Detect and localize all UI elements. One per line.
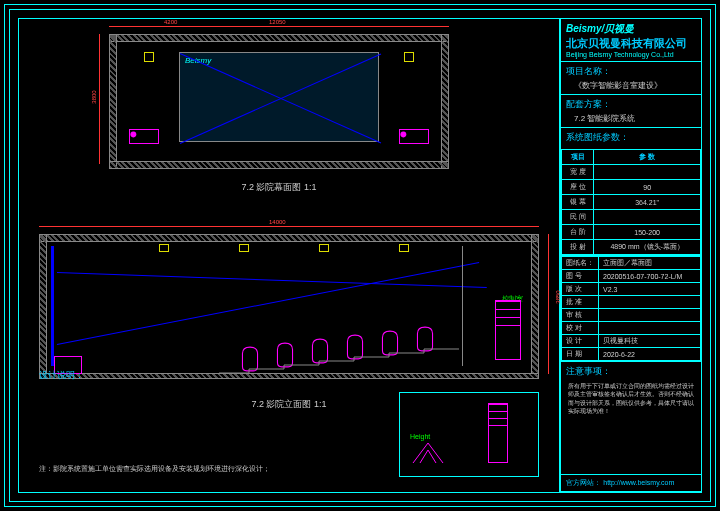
drawing-area: 12050 4200 3800 Beismy ⬤ ⬤ 7.2 影院幕面图 1:1… [18, 18, 560, 493]
theater-section-view: 14000 3850 控制室 [39, 234, 539, 409]
info-row: 设 计贝视曼科技 [562, 335, 701, 348]
footnote: 注：影院系统置施工单位需查实际选用设备及安装规划环境进行深化设计； [39, 464, 270, 474]
info-row: 日 期2020-6-22 [562, 348, 701, 361]
info-row: 批 准 [562, 296, 701, 309]
params-table: 项目参 数 宽 度座 位90银 幕364.21"民 间台 阶150-200投 射… [561, 149, 701, 255]
step-profile [219, 343, 459, 373]
param-row: 座 位90 [562, 180, 701, 195]
equipment-rack [495, 300, 521, 360]
param-row: 民 间 [562, 210, 701, 225]
project-label: 项目名称： [566, 65, 696, 78]
screen-surface [51, 246, 54, 366]
screen-elevation-view: 12050 4200 3800 Beismy ⬤ ⬤ 7.2 影院幕面图 1:1 [109, 34, 449, 189]
info-row: 图 号20200516-07-700-72-L/M [562, 270, 701, 283]
info-row: 审 核 [562, 309, 701, 322]
param-row: 宽 度 [562, 165, 701, 180]
param-row: 投 射4890 mm（镜头-幕面） [562, 240, 701, 255]
website-url: http://www.beismy.com [603, 479, 674, 486]
project-name: 《数字智能影音室建设》 [566, 80, 696, 91]
drawing-info-table: 图纸名：立面图／幕面图 图 号20200516-07-700-72-L/M版 次… [561, 256, 701, 361]
info-row: 校 对 [562, 322, 701, 335]
param-row: 银 幕364.21" [562, 195, 701, 210]
projection-screen: Beismy [179, 52, 379, 142]
title-block: Beismy/贝视曼 北京贝视曼科技有限公司 Beijing Beismy Te… [560, 18, 702, 493]
scheme-name: 7.2 智能影院系统 [566, 113, 696, 124]
logo-block: Beismy/贝视曼 北京贝视曼科技有限公司 Beijing Beismy Te… [561, 19, 701, 62]
notice-label: 注意事项： [566, 365, 696, 378]
inner-frame: 12050 4200 3800 Beismy ⬤ ⬤ 7.2 影院幕面图 1:1… [9, 9, 711, 502]
notice-text: 所有用于下订单或订立合同的图纸均需经过设计师及主管审核签名确认后才生效。否则不经… [566, 380, 696, 418]
scheme-label: 配套方案： [566, 98, 696, 111]
website-label: 官方网站： [566, 479, 601, 486]
design-note-label: 设计说明： [39, 369, 84, 382]
top-view-title: 7.2 影院幕面图 1:1 [109, 181, 449, 194]
info-row: 版 次V2.3 [562, 283, 701, 296]
detail-view: Height [399, 392, 539, 477]
control-room: 控制室 [462, 246, 527, 366]
outer-frame: 12050 4200 3800 Beismy ⬤ ⬤ 7.2 影院幕面图 1:1… [4, 4, 716, 507]
params-label: 系统图纸参数： [561, 128, 701, 147]
param-row: 台 阶150-200 [562, 225, 701, 240]
